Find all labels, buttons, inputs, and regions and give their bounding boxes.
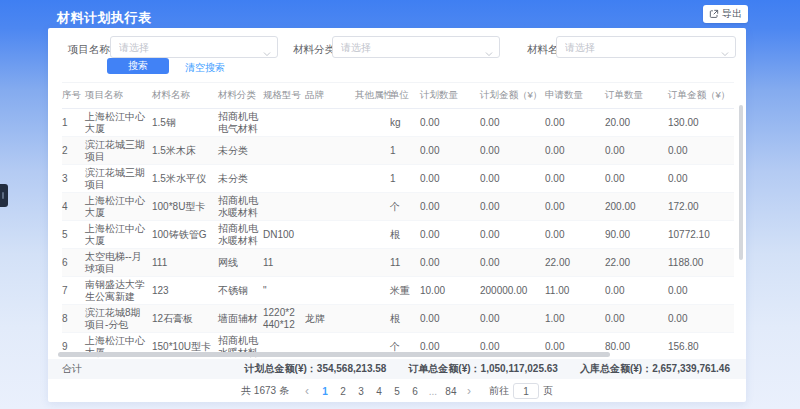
horizontal-scrollbar[interactable] [58, 352, 610, 357]
cell-brand [305, 221, 355, 249]
material-name-select[interactable] [556, 36, 736, 58]
cell-brand [305, 137, 355, 165]
cell-material-name: 100铸铁管G [152, 221, 218, 249]
cell-plan-amount: 0.00 [480, 165, 545, 193]
column-header: 计划金额（¥） [480, 83, 545, 109]
vertical-scrollbar[interactable] [739, 105, 743, 260]
next-page-button[interactable]: › [463, 385, 475, 397]
cell-plan-qty: 0.00 [420, 305, 480, 333]
cell-unit: 1 [390, 137, 420, 165]
column-header: 申请数量 [545, 83, 605, 109]
cell-spec-model [263, 165, 305, 193]
cell-apply-qty: 0.00 [545, 165, 605, 193]
cell-brand: 龙牌 [305, 305, 355, 333]
sidebar-collapse-handle[interactable] [0, 184, 8, 207]
search-button[interactable]: 搜索 [107, 58, 169, 74]
cell-unit: 11 [390, 249, 420, 277]
page-button-6[interactable]: 6 [407, 383, 423, 399]
page-button-4[interactable]: 4 [371, 383, 387, 399]
cell-index: 6 [62, 249, 85, 277]
chevron-down-icon [721, 44, 729, 62]
cell-plan-amount: 0.00 [480, 249, 545, 277]
cell-other-attrs [355, 137, 390, 165]
cell-index: 5 [62, 221, 85, 249]
table-row[interactable]: 7 南钢盛达大学生公寓新建 123 不锈钢 " 米重 10.00 200000.… [62, 277, 734, 305]
cell-unit: 个 [390, 193, 420, 221]
page-button-84[interactable]: 84 [443, 383, 459, 399]
table-row[interactable]: 5 上海松江中心大厦 100铸铁管G 招商机电 水暖材料 DN100 根 0.0… [62, 221, 734, 249]
project-name-label: 项目名称 [68, 43, 110, 57]
project-name-input[interactable] [111, 38, 277, 58]
material-name-input[interactable] [557, 38, 735, 58]
cell-apply-qty: 0.00 [545, 109, 605, 137]
project-name-select[interactable] [110, 36, 278, 58]
page-button-2[interactable]: 2 [335, 383, 351, 399]
page-button-3[interactable]: 3 [353, 383, 369, 399]
cell-plan-qty: 0.00 [420, 137, 480, 165]
cell-spec-model [263, 109, 305, 137]
cell-index: 2 [62, 137, 85, 165]
cell-material-category: 墙面辅材 [218, 305, 263, 333]
goto-page-input[interactable] [513, 383, 539, 399]
material-table: 序号 项目名称 材料名称 材料分类 规格型号 品牌 其他属性 单位 计划数量 计… [62, 82, 734, 361]
cell-material-name: 1.5米水平仪 [152, 165, 218, 193]
cell-apply-qty: 0.00 [545, 193, 605, 221]
table-row[interactable]: 8 滨江花城8期项目-分包 12石膏板 墙面辅材 1220*2440*12 龙牌… [62, 305, 734, 333]
cell-brand [305, 109, 355, 137]
column-header: 材料名称 [152, 83, 218, 109]
cell-plan-amount: 0.00 [480, 109, 545, 137]
cell-material-category: 招商机电 电气材料 [218, 109, 263, 137]
cell-apply-qty: 0.00 [545, 137, 605, 165]
clear-search-button[interactable]: 清空搜索 [185, 61, 225, 75]
page-button-1[interactable]: 1 [317, 383, 333, 399]
cell-project-name: 滨江花城三期项目 [85, 137, 152, 165]
plan-total-amount: 计划总金额(¥)：354,568,213.58 [245, 362, 387, 376]
cell-material-category: 招商机电 水暖材料 [218, 221, 263, 249]
cell-brand [305, 165, 355, 193]
column-header: 单位 [390, 83, 420, 109]
cell-apply-qty: 1.00 [545, 305, 605, 333]
cell-order-qty: 0.00 [605, 165, 668, 193]
column-header: 项目名称 [85, 83, 152, 109]
cell-unit: 米重 [390, 277, 420, 305]
cell-order-amount: 10772.10 [668, 221, 734, 249]
filter-bar: 项目名称 材料分类 材料名称 搜索 清空搜索 [48, 28, 746, 82]
table-row[interactable]: 4 上海松江中心大厦 100*8U型卡 招商机电 水暖材料 个 0.00 0.0… [62, 193, 734, 221]
cell-brand [305, 277, 355, 305]
table-row[interactable]: 2 滨江花城三期项目 1.5米木床 未分类 1 0.00 0.00 0.00 0… [62, 137, 734, 165]
column-header: 订单金额（¥） [668, 83, 734, 109]
cell-brand [305, 249, 355, 277]
page-ellipsis[interactable]: ... [425, 383, 441, 399]
table-row[interactable]: 3 滨江花城三期项目 1.5米水平仪 未分类 1 0.00 0.00 0.00 … [62, 165, 734, 193]
material-category-input[interactable] [333, 38, 499, 58]
summary-bar: 合计 计划总金额(¥)：354,568,213.58 订单总金额(¥)：1,05… [48, 359, 746, 379]
page-button-5[interactable]: 5 [389, 383, 405, 399]
cell-order-amount: 1188.00 [668, 249, 734, 277]
cell-other-attrs [355, 249, 390, 277]
cell-project-name: 上海松江中心大厦 [85, 109, 152, 137]
cell-spec-model [263, 137, 305, 165]
cell-order-qty: 90.00 [605, 221, 668, 249]
cell-plan-amount: 200000.00 [480, 277, 545, 305]
cell-project-name: 滨江花城8期项目-分包 [85, 305, 152, 333]
cell-index: 1 [62, 109, 85, 137]
pagination: 共 1673 条 ‹ 123456...84 › 前往 页 [48, 380, 746, 402]
cell-unit: 1 [390, 165, 420, 193]
material-category-select[interactable] [332, 36, 500, 58]
cell-unit: 根 [390, 221, 420, 249]
cell-order-qty: 80.00 [605, 333, 668, 361]
cell-project-name: 太空电梯--月球项目 [85, 249, 152, 277]
cell-order-qty: 200.00 [605, 193, 668, 221]
cell-spec-model: " [263, 277, 305, 305]
prev-page-button[interactable]: ‹ [301, 385, 313, 397]
cell-material-name: 111 [152, 249, 218, 277]
cell-index: 4 [62, 193, 85, 221]
pagination-pages: 123456...84 [317, 383, 459, 399]
cell-material-name: 1.5米木床 [152, 137, 218, 165]
table-row[interactable]: 1 上海松江中心大厦 1.5钢 招商机电 电气材料 kg 0.00 0.00 0… [62, 109, 734, 137]
export-button[interactable]: 导出 [703, 5, 748, 23]
cell-brand [305, 193, 355, 221]
table-row[interactable]: 6 太空电梯--月球项目 111 网线 11 11 0.00 0.00 22.0… [62, 249, 734, 277]
cell-material-category: 不锈钢 [218, 277, 263, 305]
column-header: 品牌 [305, 83, 355, 109]
